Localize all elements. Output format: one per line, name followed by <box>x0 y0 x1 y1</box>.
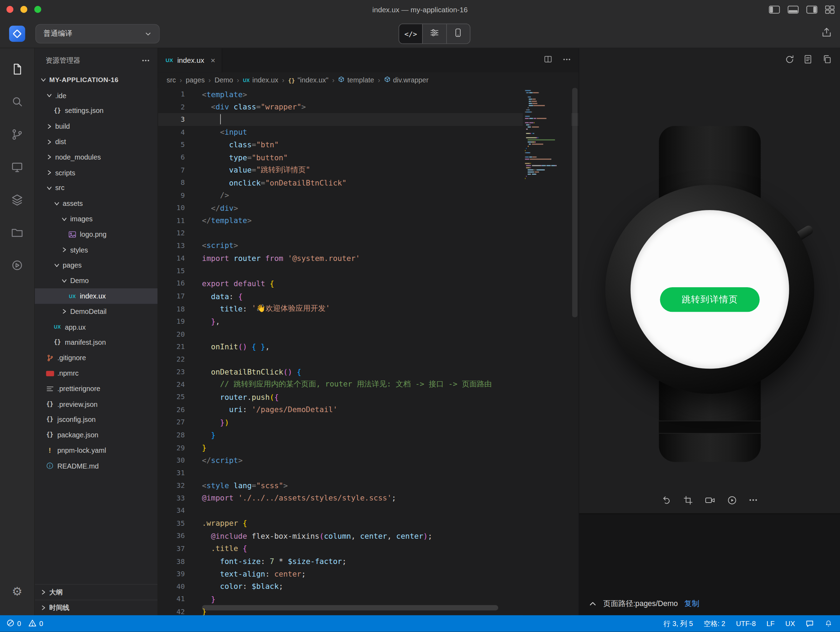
device-preview-button[interactable] <box>446 24 470 44</box>
code-line-23[interactable]: 23 onDetailBtnClick() { <box>158 365 579 378</box>
code-line-33[interactable]: 33@import './../../assets/styles/style.s… <box>158 492 579 504</box>
problems-warnings[interactable]: 0 <box>28 619 43 629</box>
activity-search[interactable] <box>0 85 35 118</box>
tree-item-pnpm-lock.yaml[interactable]: !pnpm-lock.yaml <box>35 442 158 458</box>
export-icon[interactable] <box>821 27 833 41</box>
compile-mode-dropdown[interactable]: 普通编译 <box>35 24 160 44</box>
code-line-40[interactable]: 40 color: $black; <box>158 580 579 593</box>
activity-preview[interactable] <box>0 150 35 183</box>
code-line-30[interactable]: 30</script> <box>158 454 579 466</box>
code-line-12[interactable]: 12 <box>158 227 579 239</box>
code-line-21[interactable]: 21 onInit() { }, <box>158 340 579 353</box>
crop-icon[interactable] <box>683 495 693 505</box>
toggle-right-sidebar-icon[interactable] <box>806 5 818 14</box>
tree-item-.prettierignore[interactable]: .prettierignore <box>35 381 158 396</box>
minimap[interactable] <box>523 88 571 616</box>
language-mode[interactable]: UX <box>785 619 795 627</box>
close-tab-icon[interactable]: × <box>211 56 215 65</box>
tuning-button[interactable] <box>422 24 446 44</box>
code-line-1[interactable]: 1<template> <box>158 88 579 101</box>
tree-item-scripts[interactable]: scripts <box>35 165 158 180</box>
tree-item-.npmrc[interactable]: .npmrc <box>35 365 158 381</box>
play-icon[interactable] <box>727 495 737 505</box>
horizontal-scrollbar[interactable] <box>202 605 498 610</box>
indentation[interactable]: 空格: 2 <box>704 619 725 629</box>
tree-item-images[interactable]: images <box>35 211 158 227</box>
code-line-13[interactable]: 13<script> <box>158 239 579 252</box>
code-line-36[interactable]: 36 @include flex-box-mixins(column, cent… <box>158 529 579 542</box>
code-line-11[interactable]: 11</template> <box>158 214 579 227</box>
code-line-38[interactable]: 38 font-size: 7 * $size-factor; <box>158 555 579 567</box>
code-line-5[interactable]: 5 class="btn" <box>158 139 579 151</box>
settings-button[interactable]: ⚙ <box>0 575 35 608</box>
breadcrumb-item-template[interactable]: template <box>338 76 374 84</box>
breadcrumb-item-pages[interactable]: pages <box>186 76 205 84</box>
detail-jump-button[interactable]: 跳转到详情页 <box>660 287 760 312</box>
tree-item-index.ux[interactable]: UXindex.ux <box>35 288 158 304</box>
undo-icon[interactable] <box>662 495 672 505</box>
code-line-8[interactable]: 8 onclick="onDetailBtnClick" <box>158 176 579 189</box>
code-line-39[interactable]: 39 text-align: center; <box>158 567 579 580</box>
tree-item-DemoDetail[interactable]: DemoDetail <box>35 304 158 319</box>
code-line-6[interactable]: 6 type="button" <box>158 151 579 164</box>
tab-index-ux[interactable]: UX index.ux × <box>158 48 222 73</box>
code-line-18[interactable]: 18 title: '👋欢迎体验应用开发' <box>158 302 579 315</box>
feedback-icon[interactable] <box>806 619 814 627</box>
tree-item-pages[interactable]: pages <box>35 258 158 273</box>
code-line-20[interactable]: 20 <box>158 327 579 340</box>
code-line-37[interactable]: 37 .title { <box>158 542 579 555</box>
code-line-4[interactable]: 4 <input <box>158 126 579 139</box>
breadcrumb-item-src[interactable]: src <box>167 76 176 84</box>
code-line-28[interactable]: 28 } <box>158 428 579 441</box>
code-line-32[interactable]: 32<style lang="scss"> <box>158 479 579 492</box>
toggle-bottom-panel-icon[interactable] <box>788 5 799 14</box>
encoding[interactable]: UTF-8 <box>736 619 756 627</box>
code-line-17[interactable]: 17 data: { <box>158 290 579 302</box>
notifications-bell-icon[interactable] <box>824 619 833 627</box>
tree-item-assets[interactable]: assets <box>35 196 158 211</box>
code-line-3[interactable]: 3 <box>158 113 579 126</box>
code-line-41[interactable]: 41 } <box>158 593 579 605</box>
cursor-position[interactable]: 行 3, 列 5 <box>664 619 693 629</box>
activity-explorer[interactable] <box>0 53 35 85</box>
outline-section[interactable]: 大纲 <box>35 584 158 600</box>
more-actions-icon[interactable] <box>141 56 150 65</box>
tree-item-README.md[interactable]: README.md <box>35 458 158 474</box>
activity-source-control[interactable] <box>0 118 35 150</box>
breadcrumb-item-index.ux[interactable]: UXindex.ux <box>243 76 278 84</box>
breadcrumb-item-index.ux[interactable]: {}"index.ux" <box>288 76 328 84</box>
layout-grid-icon[interactable] <box>825 5 835 14</box>
tree-item-.ide[interactable]: .ide <box>35 88 158 103</box>
vertical-scrollbar[interactable] <box>571 88 578 616</box>
code-line-7[interactable]: 7 value="跳转到详情页" <box>158 163 579 176</box>
preview-more-icon[interactable] <box>748 495 758 505</box>
toggle-left-sidebar-icon[interactable] <box>769 5 780 14</box>
tree-item-styles[interactable]: styles <box>35 242 158 258</box>
tree-item-build[interactable]: build <box>35 118 158 134</box>
editor-more-actions-icon[interactable] <box>562 55 571 66</box>
copy-path-link[interactable]: 复制 <box>684 599 699 609</box>
code-line-24[interactable]: 24 // 跳转到应用内的某个页面, router 用法详见: 文档 -> 接口… <box>158 378 579 391</box>
breadcrumb-item-Demo[interactable]: Demo <box>215 76 233 84</box>
record-video-icon[interactable] <box>704 495 715 505</box>
tree-item-settings.json[interactable]: {}settings.json <box>35 103 158 118</box>
timeline-section[interactable]: 时间线 <box>35 600 158 615</box>
code-line-31[interactable]: 31 <box>158 466 579 479</box>
tree-item-dist[interactable]: dist <box>35 134 158 149</box>
code-line-22[interactable]: 22 <box>158 353 579 365</box>
code-line-9[interactable]: 9 /> <box>158 189 579 201</box>
code-line-14[interactable]: 14import router from '@system.router' <box>158 252 579 264</box>
code-area[interactable]: 1<template>2 <div class="wrapper">3 4 <i… <box>158 88 579 616</box>
tree-item-.gitignore[interactable]: .gitignore <box>35 350 158 365</box>
collapse-chevron-up-icon[interactable] <box>589 599 597 609</box>
code-line-34[interactable]: 34 <box>158 504 579 517</box>
code-line-16[interactable]: 16export default { <box>158 277 579 290</box>
code-line-29[interactable]: 29} <box>158 441 579 454</box>
tree-item-.preview.json[interactable]: {}.preview.json <box>35 396 158 412</box>
project-root[interactable]: MY-APPLICATION-16 <box>35 72 158 88</box>
code-view-button[interactable]: </> <box>399 24 422 44</box>
activity-projects[interactable] <box>0 216 35 249</box>
code-line-27[interactable]: 27 }) <box>158 416 579 428</box>
activity-extensions[interactable] <box>0 183 35 216</box>
eol-sequence[interactable]: LF <box>766 619 774 627</box>
